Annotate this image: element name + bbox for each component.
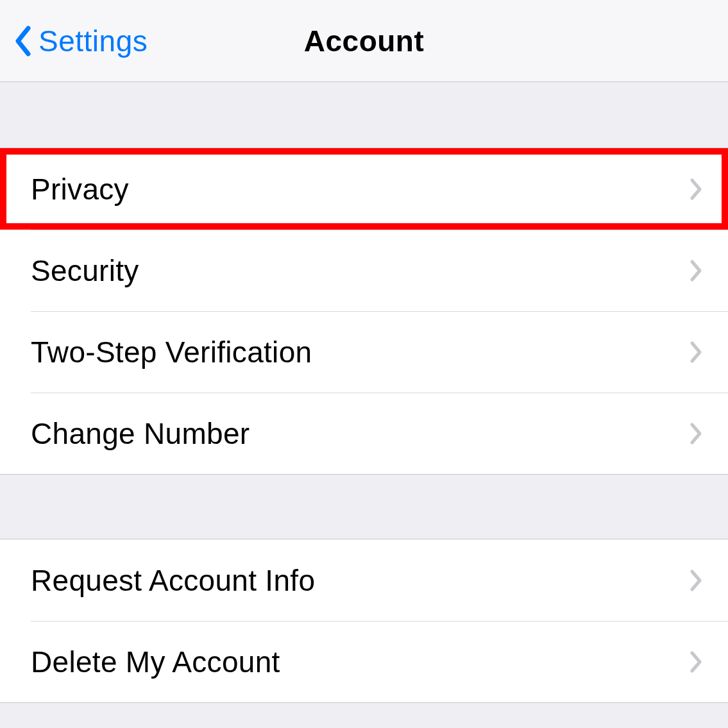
row-label: Two-Step Verification	[31, 335, 312, 369]
row-two-step-verification[interactable]: Two-Step Verification	[0, 311, 728, 393]
back-button[interactable]: Settings	[14, 0, 148, 81]
row-privacy[interactable]: Privacy	[0, 148, 728, 230]
row-change-number[interactable]: Change Number	[0, 393, 728, 474]
chevron-right-icon	[690, 341, 702, 364]
chevron-right-icon	[690, 178, 702, 201]
chevron-left-icon	[14, 26, 32, 56]
row-security[interactable]: Security	[0, 230, 728, 311]
chevron-right-icon	[690, 422, 702, 445]
row-delete-my-account[interactable]: Delete My Account	[0, 621, 728, 702]
row-label: Request Account Info	[31, 563, 315, 598]
row-label: Privacy	[31, 172, 129, 207]
section-spacer	[0, 82, 728, 148]
chevron-right-icon	[690, 259, 702, 282]
section-spacer	[0, 475, 728, 539]
settings-group-1: Privacy Security Two-Step Verification C…	[0, 148, 728, 475]
chevron-right-icon	[690, 650, 702, 673]
row-label: Delete My Account	[31, 645, 280, 679]
settings-group-2: Request Account Info Delete My Account	[0, 539, 728, 703]
row-label: Security	[31, 253, 139, 288]
nav-header: Settings Account	[0, 0, 728, 82]
chevron-right-icon	[690, 569, 702, 592]
row-label: Change Number	[31, 416, 250, 451]
row-request-account-info[interactable]: Request Account Info	[0, 539, 728, 621]
back-label: Settings	[38, 24, 148, 58]
